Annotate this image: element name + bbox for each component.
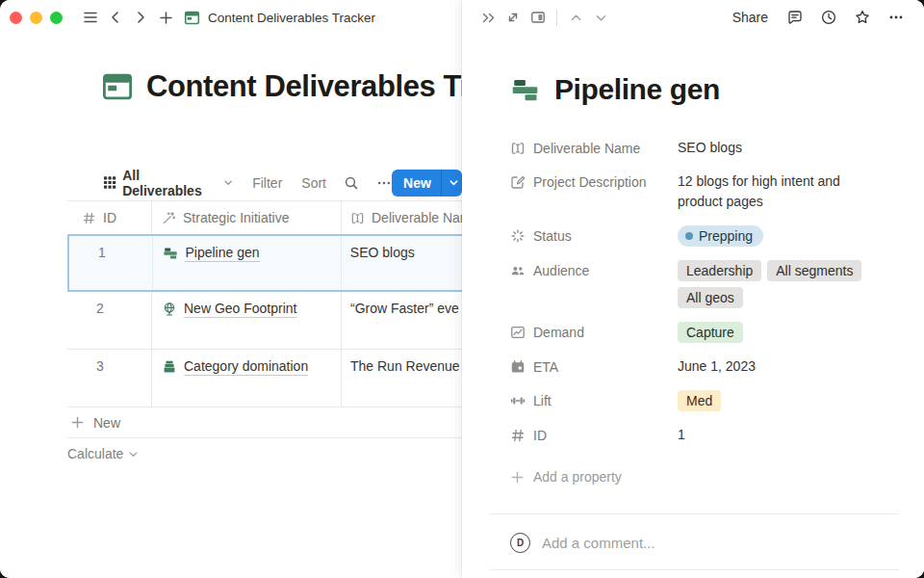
property-label[interactable]: Deliverable Name: [510, 138, 678, 156]
view-name: All Deliverables: [122, 168, 218, 198]
column-header-id[interactable]: ID: [67, 201, 152, 234]
property-row-deliverable-name: Deliverable Name SEO blogs: [510, 131, 878, 165]
chevron-down-icon: [128, 449, 139, 460]
breadcrumb[interactable]: Content Deliverables Tracker: [184, 10, 375, 26]
lift-tag[interactable]: Med: [678, 390, 721, 411]
stacked-books-icon: [162, 359, 177, 375]
audience-tag[interactable]: Leadership: [678, 260, 761, 281]
property-value: Capture: [678, 322, 743, 343]
property-label[interactable]: Lift: [510, 390, 678, 408]
database-icon: [184, 10, 200, 26]
property-row-eta: ETA June 1, 2023: [510, 350, 878, 383]
calculate-label: Calculate: [67, 446, 123, 461]
audience-tags: Leadership All segments All geos: [678, 260, 878, 308]
next-record-button[interactable]: [588, 5, 613, 30]
funnel-bars-icon: [163, 246, 178, 261]
demand-tag[interactable]: Capture: [678, 322, 743, 343]
property-row-status: Status Prepping: [510, 219, 878, 253]
expand-diagonal-icon: [505, 10, 521, 25]
audience-tag[interactable]: All segments: [767, 260, 861, 281]
zoom-window-button[interactable]: [50, 12, 63, 24]
audience-tag[interactable]: All geos: [678, 287, 743, 308]
calendar-icon: [510, 359, 526, 375]
comment-input[interactable]: [542, 535, 869, 551]
initiative-link[interactable]: New Geo Footprint: [162, 301, 341, 318]
close-window-button[interactable]: [10, 12, 22, 24]
page-database-icon[interactable]: [101, 70, 134, 103]
comment-bottom-divider: [489, 569, 899, 570]
add-property-button[interactable]: Add a property: [510, 465, 878, 488]
plus-icon: [158, 10, 174, 26]
comment-icon: [786, 9, 804, 26]
add-row-label: New: [93, 415, 120, 431]
close-peek-button[interactable]: [475, 5, 500, 30]
double-chevron-right-icon: [480, 10, 497, 26]
cell-initiative[interactable]: Pipeline gen: [153, 236, 341, 290]
property-label[interactable]: Demand: [510, 322, 678, 340]
property-label[interactable]: Project Description: [510, 171, 678, 190]
search-button[interactable]: [344, 175, 359, 191]
property-label-text: Project Description: [533, 174, 647, 190]
peek-toolbar: Share: [462, 0, 924, 35]
property-value: Med: [678, 390, 721, 411]
new-record-dropdown-button[interactable]: [441, 170, 462, 197]
cell-id[interactable]: 2: [67, 292, 152, 349]
chevron-down-icon: [449, 177, 459, 188]
property-row-project-description: Project Description 12 blogs for high in…: [510, 165, 878, 219]
cell-id[interactable]: 1: [69, 236, 153, 290]
share-button[interactable]: Share: [727, 10, 774, 25]
sidebar-toggle-button[interactable]: [78, 5, 103, 30]
property-label[interactable]: Audience: [510, 260, 678, 278]
app-window: Content Deliverables Tracker Content Del…: [0, 0, 924, 578]
property-row-lift: Lift Med: [510, 383, 878, 418]
forward-button[interactable]: [128, 5, 153, 30]
property-value: Leadership All segments All geos: [678, 260, 878, 308]
favorite-button[interactable]: [850, 5, 875, 30]
previous-record-button[interactable]: [563, 5, 588, 30]
status-tag[interactable]: Prepping: [678, 225, 763, 247]
new-record-button[interactable]: New: [392, 170, 441, 197]
property-value[interactable]: 12 blogs for high intent and product pag…: [678, 171, 878, 212]
property-list: Deliverable Name SEO blogs Project Descr…: [510, 131, 878, 452]
status-icon: [510, 228, 526, 244]
property-value[interactable]: 1: [678, 425, 685, 445]
view-tab-all-deliverables[interactable]: All Deliverables: [103, 168, 233, 198]
column-header-initiative[interactable]: Strategic Initiative: [152, 201, 342, 234]
comment-composer: D: [510, 527, 878, 558]
more-options-button[interactable]: [884, 5, 909, 30]
property-value[interactable]: June 1, 2023: [678, 356, 756, 377]
peek-toolbar-right: Share: [727, 5, 909, 30]
initiative-link[interactable]: Category domination: [162, 358, 341, 376]
side-peek-button[interactable]: [526, 5, 551, 30]
property-label-text: Deliverable Name: [533, 141, 640, 156]
cell-initiative[interactable]: Category domination: [152, 350, 342, 407]
chevron-left-icon: [108, 10, 123, 25]
cell-initiative[interactable]: New Geo Footprint: [152, 292, 342, 349]
open-full-page-button[interactable]: [500, 5, 526, 30]
minimize-window-button[interactable]: [30, 12, 42, 24]
column-header-label: ID: [103, 210, 116, 225]
record-title[interactable]: Pipeline gen: [554, 73, 720, 106]
new-tab-button[interactable]: [153, 5, 178, 30]
chevron-down-icon: [223, 177, 233, 188]
cell-id[interactable]: 3: [67, 350, 152, 407]
property-label-text: Status: [533, 228, 572, 244]
property-value[interactable]: SEO blogs: [678, 138, 742, 158]
funnel-bars-icon[interactable]: [510, 75, 540, 105]
initiative-link[interactable]: Pipeline gen: [163, 245, 340, 262]
property-label[interactable]: ID: [510, 425, 678, 443]
property-label[interactable]: ETA: [510, 356, 678, 375]
view-options-button[interactable]: [376, 175, 392, 191]
comments-button[interactable]: [783, 5, 808, 30]
sort-button[interactable]: Sort: [301, 175, 326, 191]
history-button[interactable]: [816, 5, 841, 30]
filter-button[interactable]: Filter: [252, 175, 282, 191]
hash-icon: [82, 211, 96, 225]
ellipsis-icon: [887, 9, 905, 26]
property-label[interactable]: Status: [510, 225, 678, 244]
comment-divider: [489, 513, 899, 514]
line-chart-icon: [510, 325, 526, 340]
edit-icon: [510, 174, 526, 190]
chevron-right-icon: [133, 10, 148, 25]
back-button[interactable]: [103, 5, 128, 30]
